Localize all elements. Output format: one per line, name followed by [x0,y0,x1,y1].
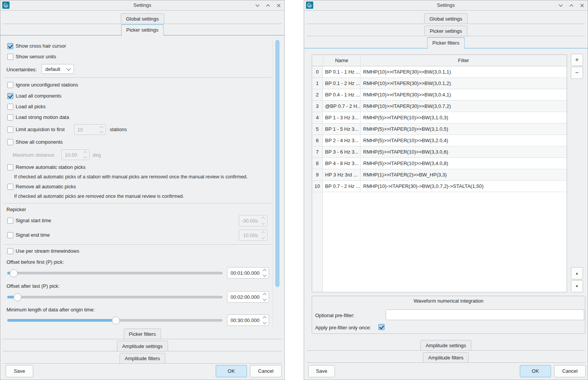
label-show-all-components: Show all components [16,139,63,145]
table-row[interactable]: 9HP 3 Hz 3rd ...RMHP(1)>>ITAPER(2)>>BW_H… [312,169,567,181]
table-cell-filter: RMHP(5)>>ITAPER(10)>>BW(3,3.0,6) [360,146,567,157]
move-down-button[interactable]: ▼ [571,280,583,292]
min-length-slider-handle[interactable] [112,316,120,324]
uncertainties-dropdown[interactable]: default [42,64,74,74]
table-row[interactable]: 4BP 1 - 3 Hz 3...RMHP(5)>>ITAPER(10)>>BW… [312,112,567,123]
close-icon[interactable] [276,3,281,8]
checkbox-load-all-picks[interactable] [7,104,13,110]
spinbox-arrows[interactable] [263,317,266,324]
tab-amplitude-settings[interactable]: Amplitude settings [420,340,471,351]
tab-amplitude-settings[interactable]: Amplitude settings [117,341,168,351]
maximize-icon[interactable] [266,3,271,8]
tab-row-global-settings: Global settings [304,13,588,24]
column-header-filter[interactable]: Filter [360,55,567,66]
min-length-value: 00:30:00.000 [231,315,260,325]
offset-before-slider-handle[interactable] [10,269,18,277]
spinbox-arrows[interactable] [263,293,266,300]
table-cell-name: BP 0.1 - 2 Hz ... [323,78,360,89]
label-load-all-picks: Load all picks [16,104,46,110]
signal-start-spinbox[interactable]: -30.00s [239,215,268,226]
spinbox-arrows[interactable] [261,232,265,239]
titlebar[interactable]: Settings [304,0,588,11]
tab-picker-settings[interactable]: Picker settings [425,26,468,36]
settings-window-filters: Settings Global settings Picker settings… [304,0,588,380]
table-cell-index: 4 [312,112,323,123]
column-header-name[interactable]: Name [323,55,360,66]
table-row[interactable]: 0BP 0.1 - 1 Hz ...RMHP(10)>>ITAPER(30)>>… [312,66,567,78]
checkbox-show-sensor-units[interactable] [7,54,13,60]
save-button[interactable]: Save [308,365,335,377]
spinbox-arrows[interactable] [263,269,266,276]
checkbox-show-cross-hair[interactable] [7,43,13,49]
offset-before-label: Offset before first (P) pick: [6,259,64,265]
spinbox-arrows[interactable] [83,152,87,158]
table-row[interactable]: 7BP 3 - 6 Hz 3...RMHP(5)>>ITAPER(10)>>BW… [312,146,567,158]
minimize-icon[interactable] [558,3,563,8]
save-button[interactable]: Save [6,365,33,377]
offset-after-slider[interactable] [7,296,223,298]
table-cell-index: 9 [312,169,323,180]
table-cell-filter: RMHP(10)>>ITAPER(30)>>BW(3,0.1,2) [360,78,567,89]
checkbox-signal-end-time[interactable] [7,232,13,238]
checkbox-per-stream-timewindows[interactable] [7,248,13,254]
checkbox-load-all-components[interactable] [7,93,13,99]
table-cell-index: 7 [312,146,323,157]
checkbox-ignore-unconfigured[interactable] [7,82,13,88]
tab-amplitude-filters[interactable]: Amplitude filters [119,353,165,364]
tab-picker-filters[interactable]: Picker filters [427,37,465,49]
limit-stations-spinbox[interactable]: 10 [74,124,106,135]
spinbox-arrows[interactable] [261,217,265,224]
tab-global-settings[interactable]: Global settings [121,13,164,24]
minimize-icon[interactable] [255,3,260,8]
max-distance-spinbox[interactable]: 10.00 [61,149,90,160]
spinbox-arrows[interactable] [99,127,103,133]
min-length-slider[interactable] [7,319,223,322]
move-up-button[interactable]: ▲ [571,267,583,279]
label-limit-acquisition: Limit acquistion to first [16,127,65,133]
table-cell-name: BP 1 - 5 Hz 3... [323,123,360,135]
tab-amplitude-filters[interactable]: Amplitude filters [423,352,469,363]
checkbox-remove-auto-station-picks[interactable] [7,164,13,170]
cancel-button[interactable]: Cancel [554,365,586,377]
checkbox-signal-start-time[interactable] [7,218,13,224]
checkbox-apply-prefilter-once[interactable] [378,324,385,330]
checkbox-remove-all-auto-picks[interactable] [7,184,13,190]
signal-end-spinbox[interactable]: 10.00s [239,229,268,241]
ok-button[interactable]: OK [216,365,247,377]
remove-filter-button[interactable]: − [571,67,583,79]
offset-before-slider[interactable] [7,272,223,274]
tab-global-settings[interactable]: Global settings [424,13,468,24]
signal-start-value: -30.00s [242,215,258,226]
ok-button[interactable]: OK [520,365,551,377]
offset-after-timeedit[interactable]: 00:02:00.000 [227,291,269,303]
maximize-icon[interactable] [569,3,574,8]
min-length-timeedit[interactable]: 00:30:00.000 [227,314,269,326]
titlebar[interactable]: Settings [0,0,284,11]
filter-table[interactable]: Name Filter 0BP 0.1 - 1 Hz ...RMHP(10)>>… [312,55,567,292]
tab-picker-settings[interactable]: Picker settings [121,24,164,36]
table-row[interactable]: 10BP 0.7 - 2 Hz ...RMHP(10)->ITAPER(30)-… [312,181,567,192]
signal-end-value: 10.00s [243,230,258,241]
add-filter-button[interactable]: + [571,54,583,66]
table-row[interactable]: 3@BP 0.7 - 2 H...RMHP(10)>>ITAPER(30)>>B… [312,101,567,112]
table-row[interactable]: 6BP 2 - 4 Hz 3...RMHP(5)>>ITAPER(10)>>BW… [312,135,567,146]
offset-after-slider-handle[interactable] [14,293,22,301]
checkbox-limit-acquisition[interactable] [7,127,13,133]
checkbox-show-all-components[interactable] [7,139,13,145]
checkbox-load-strong-motion[interactable] [7,114,13,120]
table-row[interactable]: 1BP 0.1 - 2 Hz ...RMHP(10)>>ITAPER(30)>>… [312,78,567,89]
waveform-integration-groupbox: Waveform numerical integration Optional … [312,296,585,334]
vertical-scrollbar[interactable] [276,40,279,287]
filter-table-header: Name Filter [312,55,567,66]
offset-before-timeedit[interactable]: 00:01:00.000 [227,267,269,279]
tab-picker-filters[interactable]: Picker filters [123,329,161,339]
table-cell-filter: RMHP(5)>>ITAPER(10)>>BW(3,1.0,3) [360,112,567,123]
prefilter-input[interactable] [386,309,584,320]
cancel-button[interactable]: Cancel [250,365,282,377]
table-row[interactable]: 5BP 1 - 5 Hz 3...RMHP(5)>>ITAPER(10)>>BW… [312,123,567,135]
table-row[interactable]: 2BP 0.4 - 1 Hz ...RMHP(10)>>ITAPER(30)>>… [312,89,567,101]
label-stations-suffix: stations [110,127,127,133]
table-cell-index: 2 [312,89,323,100]
close-icon[interactable] [580,3,585,8]
table-row[interactable]: 8BP 4 - 8 Hz 3...RMHP(5)>>ITAPER(10)>>BW… [312,158,567,169]
